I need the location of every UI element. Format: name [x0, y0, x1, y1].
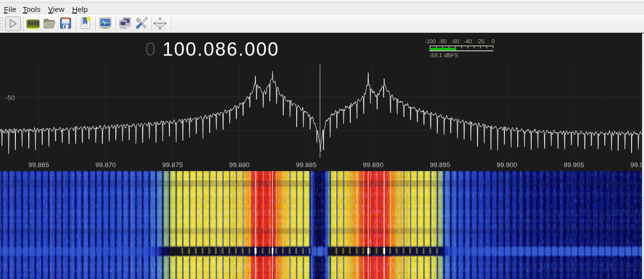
- svg-text:99.865: 99.865: [28, 161, 49, 169]
- svg-text:-59.1 dBFS: -59.1 dBFS: [429, 52, 458, 58]
- svg-text:99.880: 99.880: [229, 161, 249, 169]
- svg-text:-40: -40: [464, 38, 472, 44]
- svg-text:99.890: 99.890: [363, 161, 383, 169]
- svg-text:100.086.000: 100.086.000: [162, 39, 278, 60]
- svg-text:99.870: 99.870: [95, 161, 116, 169]
- svg-text:-100: -100: [2, 127, 15, 135]
- svg-text:99.900: 99.900: [497, 161, 517, 169]
- svg-text:0: 0: [491, 38, 494, 44]
- svg-text:-80: -80: [439, 38, 447, 44]
- svg-text:99.895: 99.895: [430, 161, 450, 169]
- svg-text:99.875: 99.875: [162, 161, 183, 169]
- svg-text:-100: -100: [424, 38, 435, 44]
- svg-text:-50: -50: [5, 94, 15, 101]
- svg-text:0: 0: [145, 39, 156, 60]
- svg-text:-60: -60: [451, 38, 459, 44]
- svg-text:99.885: 99.885: [296, 161, 317, 169]
- svg-text:99.905: 99.905: [564, 161, 584, 169]
- svg-text:-20: -20: [477, 38, 484, 44]
